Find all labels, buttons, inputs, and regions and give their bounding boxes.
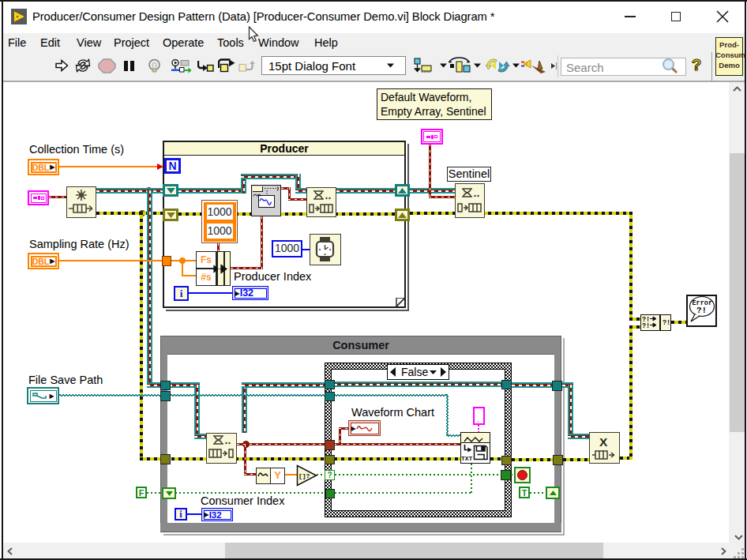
svg-text:TXT: TXT xyxy=(461,455,473,462)
svg-text:?!: ?! xyxy=(642,322,650,329)
svg-text:X: X xyxy=(599,435,608,449)
svg-text:?!: ?! xyxy=(663,319,670,327)
svg-text:?!: ?! xyxy=(696,306,707,315)
svg-text:[]?: []? xyxy=(298,472,310,479)
